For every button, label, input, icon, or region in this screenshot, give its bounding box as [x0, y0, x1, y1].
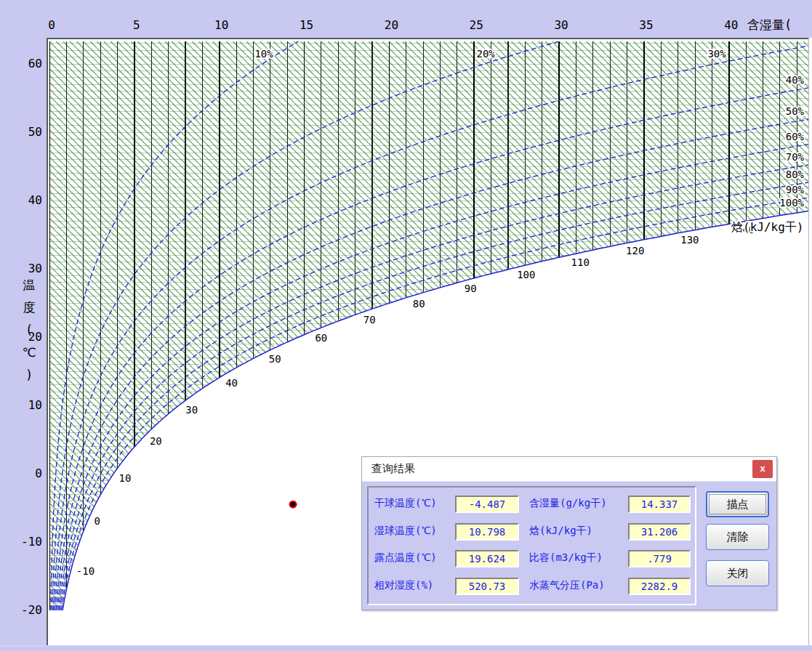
specific-volume-field[interactable]: .779	[628, 550, 691, 567]
window-bottom-border	[0, 645, 812, 651]
relative-humidity-row: 相对湿度(%)520.73	[374, 578, 520, 595]
dew-point-temperature-row: 露点温度(℃)19.624	[374, 550, 520, 567]
rh-label-60: 60%	[786, 131, 805, 142]
wet-bulb-temperature-row: 湿球温度(℃)10.798	[374, 523, 520, 541]
rh-label-100: 100%	[779, 197, 804, 209]
x-axis-tick-5: 5	[133, 18, 140, 32]
enthalpy-label-30: 30	[185, 404, 198, 416]
rh-label-70: 70%	[786, 151, 805, 163]
enthalpy-label-130: 130	[680, 234, 699, 246]
enthalpy-row: 焓(kJ/kg干)31.206	[529, 523, 692, 541]
enthalpy-label-110: 110	[571, 256, 590, 268]
plot-point-button[interactable]: 描点	[706, 491, 769, 517]
x-axis-tick-15: 15	[300, 18, 313, 32]
close-icon[interactable]: x	[752, 460, 773, 478]
y-axis-tick--20: -20	[21, 603, 42, 617]
x-axis-tick-20: 20	[385, 18, 398, 32]
x-axis-tick-35: 35	[639, 18, 653, 32]
rh-label-40: 40%	[786, 74, 805, 86]
dry-bulb-temperature-row: 干球温度(℃)-4.487	[374, 496, 520, 513]
dew-point-temperature-field[interactable]: 19.624	[455, 550, 519, 567]
plotted-point	[291, 502, 295, 506]
rh-label-20: 20%	[476, 48, 495, 60]
x-axis-tick-10: 10	[214, 18, 228, 32]
clear-button[interactable]: 清除	[706, 524, 769, 550]
y-axis-tick-10: 10	[28, 398, 42, 412]
vapor-pressure-field[interactable]: 2282.9	[628, 578, 691, 595]
vapor-pressure-row: 水蒸气分压(Pa)2282.9	[529, 578, 692, 595]
query-result-dialog: 查询结果 x 干球温度(℃)-4.487湿球温度(℃)10.798露点温度(℃)…	[361, 456, 777, 610]
dew-point-temperature-label: 露点温度(℃)	[374, 551, 437, 565]
rh-label-80: 80%	[786, 169, 805, 180]
specific-volume-row: 比容(m3/kg干).779	[529, 550, 692, 567]
enthalpy-label-20: 20	[150, 435, 162, 447]
enthalpy-label--10: -10	[76, 565, 95, 577]
wet-bulb-temperature-field[interactable]: 10.798	[455, 523, 519, 541]
humidity-ratio-row: 含湿量(g/kg干)14.337	[529, 496, 692, 513]
y-axis-tick-40: 40	[28, 193, 42, 207]
window-right-margin	[808, 38, 812, 647]
result-fields-panel: 干球温度(℃)-4.487湿球温度(℃)10.798露点温度(℃)19.624相…	[367, 486, 696, 605]
humidity-ratio-label: 含湿量(g/kg干)	[529, 497, 607, 510]
enthalpy-field[interactable]: 31.206	[628, 523, 691, 541]
wet-bulb-temperature-label: 湿球温度(℃)	[374, 525, 437, 538]
x-axis-tick-30: 30	[554, 18, 568, 32]
enthalpy-label-10: 10	[118, 472, 131, 484]
vapor-pressure-label: 水蒸气分压(Pa)	[529, 579, 605, 592]
enthalpy-label-70: 70	[363, 314, 376, 326]
specific-volume-label: 比容(m3/kg干)	[529, 551, 603, 565]
enthalpy-label-40: 40	[225, 377, 238, 389]
x-axis-tick-25: 25	[470, 18, 483, 32]
rh-label-90: 90%	[786, 184, 805, 195]
enthalpy-label-100: 100	[517, 269, 535, 280]
y-axis-tick-60: 60	[28, 57, 42, 70]
x-axis-tick-40: 40	[724, 18, 738, 32]
x-axis-tick-0: 0	[48, 18, 55, 32]
y-axis-tick-30: 30	[28, 262, 42, 275]
humidity-ratio-field[interactable]: 14.337	[628, 496, 691, 513]
dry-bulb-temperature-field[interactable]: -4.487	[455, 496, 519, 513]
y-axis-tick-0: 0	[35, 466, 42, 480]
y-axis-tick-50: 50	[28, 125, 42, 139]
enthalpy-label-120: 120	[626, 245, 644, 256]
enthalpy-label-90: 90	[465, 283, 477, 294]
x-axis-title: 含湿量(	[747, 17, 792, 32]
relative-humidity-field[interactable]: 520.73	[455, 578, 519, 595]
psychrometric-app-window: { "window": { "bg": "#c8c8f0" }, "chart_…	[0, 0, 812, 651]
rh-label-10: 10%	[254, 48, 273, 60]
enthalpy-axis-title: 焓(kJ/kg干)	[731, 220, 803, 234]
enthalpy-label: 焓(kJ/kg干)	[529, 525, 592, 538]
dry-bulb-temperature-label: 干球温度(℃)	[374, 497, 437, 510]
rh-label-50: 50%	[786, 105, 805, 117]
dialog-title: 查询结果	[371, 462, 415, 476]
rh-label-30: 30%	[707, 48, 726, 60]
enthalpy-label-80: 80	[413, 298, 425, 310]
enthalpy-label-50: 50	[269, 353, 281, 365]
dialog-titlebar[interactable]: 查询结果 x	[362, 457, 776, 482]
enthalpy-label-0: 0	[95, 515, 100, 527]
close-button[interactable]: 关闭	[706, 560, 769, 586]
y-axis-tick--10: -10	[21, 535, 42, 549]
relative-humidity-label: 相对湿度(%)	[374, 579, 433, 592]
enthalpy-label-60: 60	[315, 332, 327, 344]
